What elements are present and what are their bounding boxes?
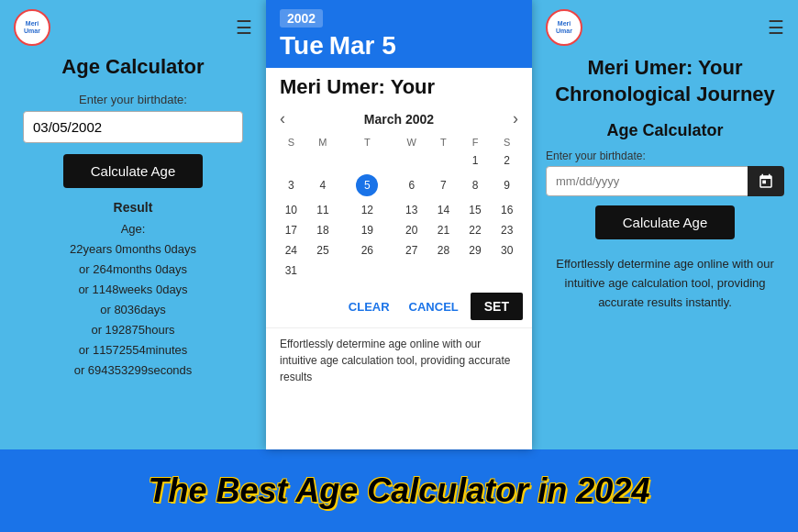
cal-day-cell [395,260,427,281]
calendar-nav: ‹ March 2002 › [275,104,523,134]
cal-day-cell[interactable]: 3 [275,171,307,200]
left-title: Age Calculator [61,55,204,79]
cal-set-button[interactable]: SET [471,293,523,320]
cal-day-cell[interactable]: 10 [275,200,307,220]
cal-day-cell[interactable]: 6 [395,171,427,200]
cal-day-cell[interactable]: 27 [395,240,427,260]
center-day-label: Tue [280,31,324,61]
cal-day-cell[interactable]: 8 [460,171,492,200]
right-header: Meri Umar ☰ [546,9,784,46]
cal-week-row: 12 [275,150,523,171]
calendar-section: ‹ March 2002 › S M T W T F S [266,99,532,285]
calendar-grid: S M T W T F S 12345678910111213141516171… [275,134,523,281]
cal-header-s2: S [491,134,523,150]
center-date-header: 2002 Tue Mar 5 [266,0,532,68]
cal-day-cell [338,260,395,281]
left-panel: Meri Umar ☰ Age Calculator Enter your bi… [0,0,266,449]
left-result-title: Result [70,197,196,219]
cal-day-cell [460,260,492,281]
cal-week-row: 10111213141516 [275,200,523,220]
cal-day-cell [427,260,460,281]
cal-week-row: 3456789 [275,171,523,200]
cal-day-cell[interactable]: 29 [460,240,492,260]
right-label: Enter your birthdate: [546,150,646,162]
cal-next-button[interactable]: › [513,109,518,128]
bottom-banner: The Best Age Calculator in 2024 [0,449,798,532]
cal-header-row: S M T W T F S [275,134,523,150]
cal-day-cell[interactable]: 24 [275,240,307,260]
left-date-input[interactable] [23,111,243,143]
cal-header-t2: T [427,134,460,150]
left-calc-button[interactable]: Calculate Age [63,154,204,188]
cal-clear-button[interactable]: CLEAR [341,295,397,318]
cal-header-s1: S [275,134,307,150]
center-bottom-text: Effortlessly determine age online with o… [266,327,532,393]
cal-day-cell[interactable]: 19 [338,220,395,240]
left-hamburger-icon[interactable]: ☰ [236,17,252,39]
cal-day-cell[interactable]: 23 [491,220,523,240]
cal-header-w: W [395,134,427,150]
right-calendar-icon[interactable] [748,166,784,196]
cal-day-cell[interactable]: 25 [307,240,339,260]
cal-day-cell[interactable]: 28 [427,240,460,260]
right-hamburger-icon[interactable]: ☰ [768,17,784,39]
right-date-input-row [546,166,784,196]
cal-day-cell[interactable]: 22 [460,220,492,240]
cal-day-cell[interactable]: 30 [491,240,523,260]
left-header: Meri Umar ☰ [14,9,252,46]
cal-day-cell[interactable]: 26 [338,240,395,260]
cal-day-cell[interactable]: 18 [307,220,339,240]
cal-day-cell[interactable]: 13 [395,200,427,220]
cal-day-cell [395,150,427,171]
cal-day-cell [307,150,339,171]
cal-day-cell[interactable]: 15 [460,200,492,220]
cal-day-cell [491,260,523,281]
cal-header-t1: T [338,134,395,150]
cal-day-cell [275,150,307,171]
cal-day-cell[interactable]: 5 [338,171,395,200]
cal-day-cell [307,260,339,281]
cal-day-cell[interactable]: 9 [491,171,523,200]
cal-day-cell[interactable]: 2 [491,150,523,171]
right-desc-text: Effortlessly determine age online with o… [546,255,784,312]
cal-day-cell[interactable]: 31 [275,260,307,281]
cal-day-cell [427,150,460,171]
calendar-svg-icon [758,173,774,190]
right-title: Meri Umer: Your Chronological Journey [546,55,784,107]
center-panel: 2002 Tue Mar 5 Meri Umer: Your ‹ March 2… [266,0,532,449]
cal-day-cell[interactable]: 14 [427,200,460,220]
left-label: Enter your birthdate: [79,93,187,106]
left-result-section: Result Age: 22years 0months 0days or 264… [70,197,196,382]
cal-week-row: 31 [275,260,523,281]
cal-week-row: 17181920212223 [275,220,523,240]
cal-day-cell[interactable]: 1 [460,150,492,171]
cal-day-cell[interactable]: 16 [491,200,523,220]
cal-day-cell[interactable]: 21 [427,220,460,240]
left-result-line-4: or 192875hours [70,320,196,340]
left-result-line-0: 22years 0months 0days [70,239,196,260]
left-result-line-3: or 8036days [70,300,196,320]
cal-day-cell[interactable]: 20 [395,220,427,240]
cal-day-cell[interactable]: 7 [427,171,460,200]
cal-prev-button[interactable]: ‹ [280,109,285,128]
cal-cancel-button[interactable]: CANCEL [402,295,466,318]
cal-month-year: March 2002 [364,112,434,127]
cal-day-cell[interactable]: 11 [307,200,339,220]
right-panel: Meri Umar ☰ Meri Umer: Your Chronologica… [532,0,798,449]
right-calc-button[interactable]: Calculate Age [595,205,736,239]
left-result-line-2: or 1148weeks 0days [70,280,196,300]
cal-day-cell [338,150,395,171]
cal-day-cell[interactable]: 12 [338,200,395,220]
right-subtitle: Age Calculator [606,121,723,140]
cal-week-row: 24252627282930 [275,240,523,260]
left-result-line-5: or 11572554minutes [70,340,196,360]
banner-text: The Best Age Calculator in 2024 [149,471,650,510]
left-age-label: Age: [70,219,196,239]
center-month-day: Mar 5 [329,31,396,61]
cal-day-cell[interactable]: 17 [275,220,307,240]
center-title: Meri Umer: Your [266,68,532,99]
right-logo: Meri Umar [546,9,582,46]
left-result-line-6: or 694353299seconds [70,360,196,381]
cal-header-f: F [460,134,492,150]
cal-day-cell[interactable]: 4 [307,171,339,200]
